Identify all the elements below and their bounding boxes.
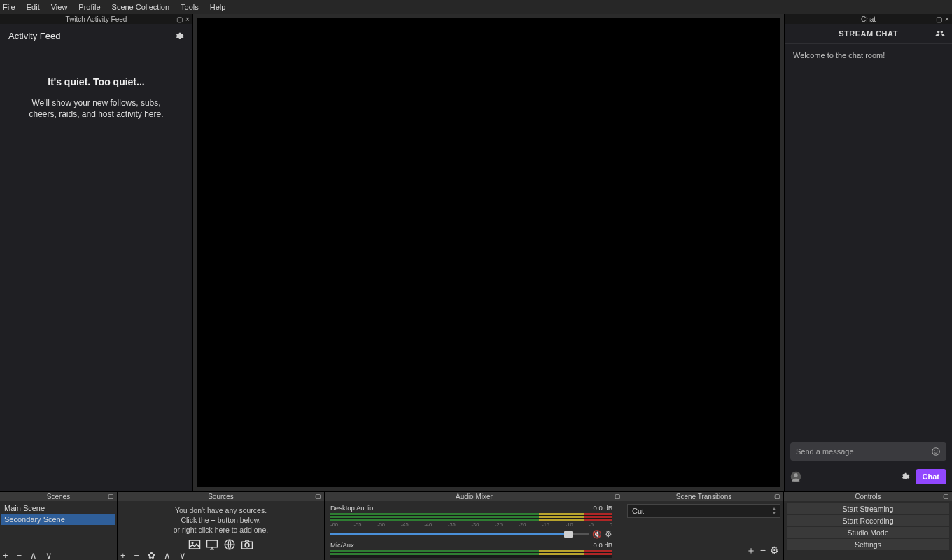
menu-profile[interactable]: Profile [73,1,106,13]
menu-view[interactable]: View [46,1,74,13]
mute-icon[interactable]: 🔇 [592,530,602,539]
start-recording-button[interactable]: Start Recording [787,515,949,526]
source-up-icon[interactable]: ∧ [164,550,171,561]
activity-feed-panel: Twitch Activity Feed ▢ × Activity Feed I… [0,14,193,491]
scenes-popout-icon[interactable]: ▢ [108,493,114,500]
sources-empty-line2: Click the + button below, [119,515,323,525]
chat-panel: Chat ▢ × STREAM CHAT Welcome to the chat… [784,14,952,491]
transition-selected: Cut [632,507,644,515]
volume-slider[interactable] [330,533,589,536]
chat-dock-close-icon[interactable]: × [944,15,951,23]
updown-icon: ▴▾ [773,507,776,514]
chat-send-button[interactable]: Chat [916,469,946,484]
sources-header: Sources▢ [118,492,324,501]
preview-area[interactable] [193,14,784,491]
activity-dock-popout-icon[interactable]: ▢ [176,15,183,23]
emote-icon[interactable] [931,447,941,456]
add-source-icon[interactable]: + [120,550,126,561]
source-settings-icon[interactable]: ✿ [148,550,155,561]
menu-file[interactable]: File [0,1,21,13]
svg-point-4 [794,473,797,477]
add-scene-icon[interactable]: + [3,550,8,561]
chat-input-placeholder: Send a message [796,447,854,456]
svg-point-6 [192,542,194,544]
studio-mode-button[interactable]: Studio Mode [787,527,949,538]
preview-canvas [197,18,780,487]
meter-ticks: -60-55-50-45-40-35-30-25-20-15-10-50 [330,522,612,528]
gear-icon[interactable] [174,31,184,41]
chat-dock-popout-icon[interactable]: ▢ [935,15,942,23]
globe-icon [222,538,237,551]
camera-icon [239,538,255,551]
scenes-header: Scenes▢ [0,492,117,501]
scene-up-icon[interactable]: ∧ [30,550,37,561]
add-transition-icon[interactable]: ＋ [746,545,756,557]
sources-body[interactable]: You don't have any sources. Click the + … [118,501,324,560]
scenes-dock: Scenes▢ Main Scene Secondary Scene + − ∧… [0,492,118,560]
chat-tab[interactable]: Chat ▢ × [785,14,952,24]
chat-settings-icon[interactable] [900,472,910,482]
scene-item[interactable]: Secondary Scene [1,514,115,525]
channel-gear-icon[interactable]: ⚙ [605,529,612,539]
transitions-dock: Scene Transitions▢ Cut ▴▾ ＋ − ⚙ [624,492,784,560]
sources-dock: Sources▢ You don't have any sources. Cli… [118,492,325,560]
activity-feed-title: Activity Feed [8,31,60,41]
activity-empty-line2: cheers, raids, and host activity here. [14,108,178,120]
scene-down-icon[interactable]: ∨ [46,550,52,561]
controls-header: Controls▢ [784,492,952,501]
controls-dock: Controls▢ Start Streaming Start Recordin… [784,492,952,560]
source-down-icon[interactable]: ∨ [179,550,186,561]
image-icon [187,538,202,551]
svg-point-2 [937,450,937,451]
start-streaming-button[interactable]: Start Streaming [787,503,949,514]
svg-point-0 [932,448,940,456]
activity-feed-tab-label: Twitch Activity Feed [66,15,127,23]
activity-dock-close-icon[interactable]: × [184,15,191,23]
mixer-channel: Mic/Aux 0.0 dB [326,540,622,559]
sources-popout-icon[interactable]: ▢ [315,493,321,500]
mixer-channel-level: 0.0 dB [594,504,612,512]
chat-input[interactable]: Send a message [790,442,946,461]
mixer-channel: Desktop Audio 0.0 dB -60-55-50-45-40-35-… [326,503,622,540]
avatar-icon[interactable] [790,471,802,482]
monitor-icon [204,538,220,551]
scene-list: Main Scene Secondary Scene [1,503,115,525]
remove-source-icon[interactable]: − [134,550,140,561]
transition-gear-icon[interactable]: ⚙ [770,545,779,557]
controls-popout-icon[interactable]: ▢ [943,493,949,500]
audio-mixer-header: Audio Mixer▢ [325,492,624,501]
menu-help[interactable]: Help [204,1,232,13]
menu-edit[interactable]: Edit [21,1,46,13]
svg-point-1 [934,450,935,451]
remove-scene-icon[interactable]: − [17,550,22,561]
transition-select[interactable]: Cut ▴▾ [627,504,780,518]
menubar: File Edit View Profile Scene Collection … [0,0,952,14]
activity-empty-line1: We'll show your new follows, subs, [14,97,178,108]
svg-point-10 [245,542,249,547]
menu-scene-collection[interactable]: Scene Collection [106,1,176,13]
sources-empty-line3: or right click here to add one. [119,525,323,535]
stream-chat-title: STREAM CHAT [839,29,898,38]
transitions-header: Scene Transitions▢ [624,492,783,501]
chat-messages: Welcome to the chat room! [785,44,952,437]
activity-empty-title: It's quiet. Too quiet... [14,76,178,88]
transitions-popout-icon[interactable]: ▢ [774,493,780,500]
settings-button[interactable]: Settings [787,539,949,550]
chat-welcome-message: Welcome to the chat room! [793,51,885,59]
svg-rect-7 [207,540,218,547]
audio-meter [330,513,612,521]
activity-feed-tab[interactable]: Twitch Activity Feed ▢ × [0,14,192,24]
svg-rect-5 [190,540,200,549]
mixer-channel-name: Desktop Audio [330,504,373,512]
audio-meter [330,550,612,558]
chat-tab-label: Chat [861,15,876,23]
users-icon[interactable] [935,29,945,38]
mixer-channel-level: 0.0 dB [594,541,612,549]
mixer-popout-icon[interactable]: ▢ [615,493,621,500]
mixer-channel-name: Mic/Aux [330,541,354,549]
remove-transition-icon[interactable]: − [760,545,766,557]
audio-mixer-dock: Audio Mixer▢ Desktop Audio 0.0 dB -60-55… [325,492,624,560]
menu-tools[interactable]: Tools [175,1,204,13]
scene-item[interactable]: Main Scene [1,503,115,514]
sources-empty-line1: You don't have any sources. [119,505,323,515]
